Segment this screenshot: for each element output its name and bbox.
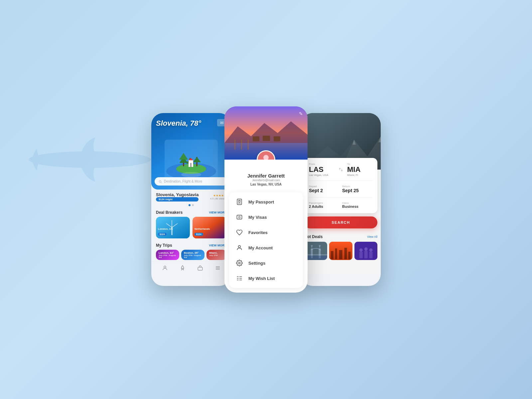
svg-point-51 — [239, 262, 240, 264]
svg-point-1 — [83, 149, 94, 153]
svg-rect-79 — [359, 252, 363, 258]
passport-label: My Passport — [248, 200, 274, 204]
phone-flight-search: One Way Return Multi-City Where are you … — [301, 113, 381, 286]
search-bar[interactable]: Destination, Flight & More — [155, 177, 228, 186]
flight-details-card: From LAS Las Vegas, USA To MIA Miami, Fl — [304, 158, 377, 213]
price-badge: $124 /night — [156, 197, 199, 201]
profile-hero: ✎ — [224, 106, 308, 160]
to-col: To MIA Miami, Fl — [347, 163, 373, 177]
svg-rect-80 — [364, 251, 367, 258]
hot-deals-header: Hot Deals View All — [304, 234, 377, 239]
swap-icon[interactable] — [337, 163, 344, 177]
svg-point-77 — [364, 247, 367, 251]
phone-travel-app: Slovenia, 78° ✉ Destination, Flight & Mo… — [151, 113, 231, 286]
return-label: Return — [342, 185, 373, 188]
svg-rect-27 — [198, 267, 202, 270]
menu-item-passport[interactable]: My Passport — [229, 194, 303, 209]
svg-line-18 — [161, 182, 162, 183]
svg-rect-37 — [253, 136, 259, 141]
account-icon — [236, 244, 243, 251]
deal-card-london-label: London, UK — [158, 227, 173, 230]
svg-rect-44 — [237, 199, 241, 205]
bottom-nav — [151, 261, 231, 276]
svg-point-25 — [164, 266, 166, 268]
hot-deals-section: Hot Deals View All — [301, 232, 381, 262]
passengers-col: Passengers 2 Adults — [309, 201, 339, 208]
search-placeholder: Destination, Flight & More — [164, 180, 202, 183]
svg-rect-72 — [339, 250, 342, 259]
phones-container: Slovenia, 78° ✉ Destination, Flight & Mo… — [151, 106, 381, 293]
view-more-deals[interactable]: VIEW MORE — [209, 211, 226, 214]
pax-class-row: Passengers 2 Adults Class Business — [309, 201, 373, 208]
menu-item-settings[interactable]: Settings — [229, 255, 303, 271]
passengers-value[interactable]: 2 Adults — [309, 204, 339, 208]
deal-card-london[interactable]: London, UK $124 — [156, 217, 190, 238]
trip-chip-boston[interactable]: Boston, 35° July 27th - August 3rd — [181, 250, 204, 260]
profile-menu: My Passport My Visas Favorites — [229, 192, 303, 288]
user-email: JenniferG@mail.com — [224, 179, 308, 182]
deal-card-netherlands[interactable]: Netherlands $124 — [193, 217, 226, 238]
settings-icon — [236, 259, 243, 267]
phone-profile-menu: ✎ Jennifer Garrett JenniferG@mail.com La… — [224, 106, 308, 293]
view-all-link[interactable]: View All — [367, 235, 377, 238]
from-city: Las Vegas, USA — [309, 174, 334, 177]
my-trips-title: My Trips — [156, 243, 172, 248]
menu-item-favorites[interactable]: Favorites — [229, 225, 303, 240]
wishlist-label: My Wish List — [248, 276, 275, 281]
location-card: Slovenia, Yugoslavia $124 /night ★★★★☆ 4… — [151, 190, 231, 203]
nav-menu-icon[interactable] — [215, 265, 221, 272]
favorites-icon — [236, 229, 243, 236]
menu-item-wishlist[interactable]: My Wish List — [229, 271, 303, 286]
svg-point-45 — [239, 201, 240, 202]
settings-label: Settings — [248, 261, 265, 266]
hot-deal-card-city[interactable] — [329, 242, 352, 260]
deal-breakers-title: Deal Breakers — [156, 210, 183, 215]
deal-card-netherlands-label: Netherlands — [195, 227, 210, 230]
star-rating: ★★★★☆ — [210, 194, 226, 197]
trip-chip-miami[interactable]: Miami, July 27th — [206, 250, 226, 260]
from-code[interactable]: LAS — [309, 166, 334, 174]
to-city: Miami, Fl — [347, 174, 373, 177]
carousel-dots — [151, 203, 231, 207]
deal-card-netherlands-price: $124 — [195, 233, 203, 236]
hot-deal-cards — [304, 242, 377, 260]
nav-briefcase-icon[interactable] — [197, 265, 203, 272]
svg-point-76 — [359, 248, 363, 252]
svg-rect-39 — [274, 136, 280, 141]
rating-text: 4.5 (4k views) — [210, 197, 226, 200]
trip-chip-london[interactable]: London, 64° July 27th - August 3rd — [156, 250, 179, 260]
return-date[interactable]: Sept 25 — [342, 188, 373, 193]
hot-deal-card-people[interactable] — [354, 242, 377, 260]
nav-person-icon[interactable] — [162, 265, 168, 272]
edit-icon[interactable]: ✎ — [299, 111, 303, 116]
svg-rect-15 — [190, 163, 192, 167]
dot-1[interactable] — [189, 204, 191, 206]
depart-date[interactable]: Sept 2 — [309, 188, 339, 193]
nav-rocket-icon[interactable] — [180, 265, 186, 272]
passengers-label: Passengers — [309, 201, 339, 204]
user-info: Jennifer Garrett JenniferG@mail.com Las … — [224, 172, 308, 190]
wishlist-icon — [236, 275, 243, 282]
hot-deal-card-bridge[interactable] — [304, 242, 327, 260]
account-label: My Account — [248, 245, 273, 250]
to-code[interactable]: MIA — [347, 166, 373, 174]
airplane-background — [7, 118, 173, 201]
svg-rect-48 — [237, 215, 242, 219]
user-location: Las Vegas, NV, USA — [224, 183, 308, 186]
svg-rect-67 — [304, 256, 327, 260]
menu-item-account[interactable]: My Account — [229, 240, 303, 255]
svg-rect-71 — [335, 248, 337, 259]
price-value: $124 — [159, 198, 165, 201]
search-button[interactable]: SEARCH — [304, 216, 377, 228]
from-col: From LAS Las Vegas, USA — [309, 163, 334, 177]
svg-rect-66 — [304, 254, 327, 255]
view-more-trips[interactable]: VIEW MORE — [209, 244, 226, 247]
svg-rect-70 — [331, 251, 333, 259]
dot-2[interactable] — [192, 204, 194, 206]
favorites-label: Favorites — [248, 230, 268, 235]
class-label: Class — [342, 201, 373, 204]
search-icon — [159, 180, 162, 183]
class-value[interactable]: Business — [342, 204, 373, 208]
menu-item-visas[interactable]: My Visas — [229, 209, 303, 225]
location-name: Slovenia, Yugoslavia — [156, 192, 199, 197]
